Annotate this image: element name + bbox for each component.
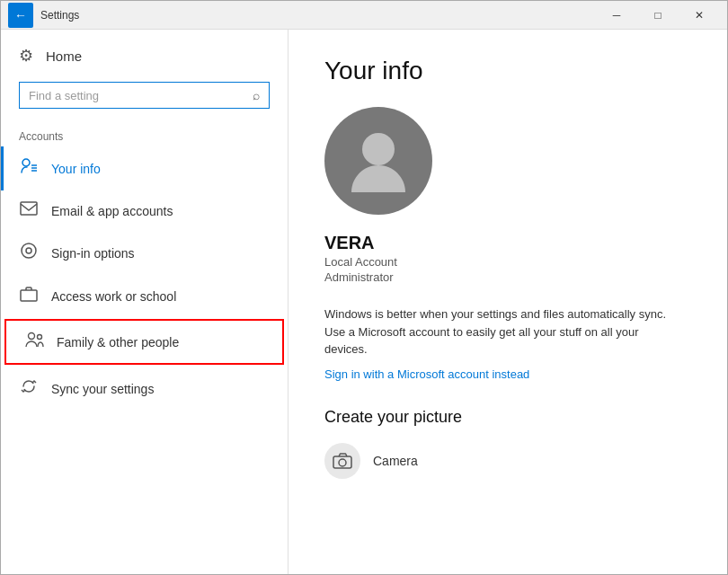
svg-point-12 (339, 459, 346, 466)
sidebar-item-label-sync: Sync your settings (51, 382, 154, 396)
svg-point-10 (362, 133, 395, 165)
section-label: Accounts (1, 123, 288, 146)
sidebar: ⚙ Home ⌕ Accounts Your info (1, 30, 289, 574)
sidebar-item-signin[interactable]: Sign-in options (1, 231, 288, 275)
sidebar-item-family[interactable]: Family & other people (4, 319, 284, 365)
page-title: Your info (324, 57, 691, 85)
email-icon (19, 201, 39, 220)
user-name: VERA (324, 233, 691, 253)
main-content: Your info VERA Local Account Administrat… (289, 30, 727, 574)
sidebar-item-label-email: Email & app accounts (51, 204, 173, 218)
avatar (324, 107, 432, 215)
minimize-icon: ─ (613, 9, 621, 22)
sidebar-item-label-family: Family & other people (57, 335, 179, 349)
svg-rect-4 (21, 202, 37, 215)
family-icon (24, 332, 44, 352)
search-input[interactable] (29, 89, 253, 102)
maximize-icon: □ (654, 9, 661, 22)
user-account-type: Local Account (324, 255, 691, 269)
home-label: Home (46, 49, 82, 64)
svg-point-8 (29, 333, 35, 340)
window-controls: ─ □ ✕ (596, 1, 720, 30)
search-button[interactable]: ⌕ (253, 88, 260, 102)
close-button[interactable]: ✕ (679, 1, 720, 30)
sidebar-item-email[interactable]: Email & app accounts (1, 190, 288, 231)
ms-account-link[interactable]: Sign in with a Microsoft account instead (324, 367, 691, 381)
minimize-button[interactable]: ─ (596, 1, 637, 30)
sidebar-item-sync[interactable]: Sync your settings (1, 367, 288, 411)
avatar-section (324, 107, 691, 215)
sidebar-item-label-work: Access work or school (51, 289, 176, 304)
svg-point-5 (22, 243, 36, 258)
back-icon: ← (14, 8, 27, 22)
svg-point-9 (38, 335, 42, 340)
user-role: Administrator (324, 270, 691, 284)
sidebar-item-home[interactable]: ⚙ Home (1, 30, 288, 82)
svg-point-0 (22, 159, 30, 166)
your-info-icon (19, 157, 39, 180)
maximize-button[interactable]: □ (637, 1, 679, 30)
camera-row[interactable]: Camera (324, 439, 691, 482)
home-icon: ⚙ (19, 46, 33, 66)
camera-icon (324, 443, 360, 479)
sidebar-item-label-your-info: Your info (51, 162, 101, 176)
sidebar-item-label-signin: Sign-in options (51, 246, 135, 261)
app-title: Settings (40, 9, 596, 22)
close-icon: ✕ (695, 9, 704, 22)
search-icon: ⌕ (253, 88, 260, 102)
sync-icon (19, 377, 39, 400)
svg-point-6 (26, 248, 31, 253)
app-body: ⚙ Home ⌕ Accounts Your info (1, 30, 727, 574)
sidebar-item-work[interactable]: Access work or school (1, 275, 288, 317)
titlebar: ← Settings ─ □ ✕ (1, 1, 727, 30)
back-button[interactable]: ← (8, 3, 33, 28)
camera-label: Camera (373, 454, 418, 468)
work-icon (19, 286, 39, 306)
create-picture-title: Create your picture (324, 408, 691, 427)
info-text: Windows is better when your settings and… (324, 305, 684, 358)
search-box[interactable]: ⌕ (19, 82, 270, 109)
signin-icon (19, 242, 39, 264)
sidebar-item-your-info[interactable]: Your info (1, 146, 288, 190)
svg-rect-7 (21, 290, 37, 301)
